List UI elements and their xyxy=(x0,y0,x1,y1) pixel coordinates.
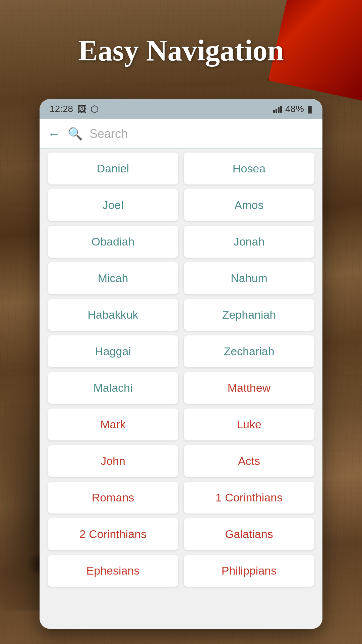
status-left: 12:28 🖼 ⬡ xyxy=(50,104,99,115)
phone-frame: 12:28 🖼 ⬡ 48% ▮ ← 🔍 Search DanielHoseaJo… xyxy=(40,99,322,629)
book-row: Romans1 Corinthians xyxy=(48,482,314,514)
page-title: Easy Navigation xyxy=(0,34,362,67)
book-btn-romans[interactable]: Romans xyxy=(48,482,178,514)
book-row: MicahNahum xyxy=(48,262,314,294)
book-btn-1-corinthians[interactable]: 1 Corinthians xyxy=(184,482,314,514)
book-btn-habakkuk[interactable]: Habakkuk xyxy=(48,299,178,331)
book-btn-john[interactable]: John xyxy=(48,445,178,477)
book-row: 2 CorinthiansGalatians xyxy=(48,518,314,550)
book-row: JohnActs xyxy=(48,445,314,477)
signal-icon xyxy=(273,105,282,113)
book-btn-matthew[interactable]: Matthew xyxy=(184,372,314,404)
book-btn-zechariah[interactable]: Zechariah xyxy=(184,335,314,367)
book-btn-micah[interactable]: Micah xyxy=(48,262,178,294)
book-row: MarkLuke xyxy=(48,409,314,440)
book-btn-joel[interactable]: Joel xyxy=(48,189,178,221)
book-btn-obadiah[interactable]: Obadiah xyxy=(48,226,178,258)
book-list: DanielHoseaJoelAmosObadiahJonahMicahNahu… xyxy=(40,149,322,629)
book-btn-amos[interactable]: Amos xyxy=(184,189,314,221)
search-input[interactable]: Search xyxy=(89,127,314,141)
book-btn-zephaniah[interactable]: Zephaniah xyxy=(184,299,314,331)
book-btn-haggai[interactable]: Haggai xyxy=(48,335,178,367)
image-icon: 🖼 xyxy=(77,104,86,115)
book-btn-hosea[interactable]: Hosea xyxy=(184,153,314,184)
book-btn-ephesians[interactable]: Ephesians xyxy=(48,555,178,587)
book-btn-luke[interactable]: Luke xyxy=(184,409,314,440)
status-bar: 12:28 🖼 ⬡ 48% ▮ xyxy=(40,99,322,119)
book-btn-nahum[interactable]: Nahum xyxy=(184,262,314,294)
book-btn-acts[interactable]: Acts xyxy=(184,445,314,477)
book-row: EphesiansPhilippians xyxy=(48,555,314,587)
book-btn-mark[interactable]: Mark xyxy=(48,409,178,440)
book-btn-galatians[interactable]: Galatians xyxy=(184,518,314,550)
back-button[interactable]: ← xyxy=(48,126,61,142)
book-btn-philippians[interactable]: Philippians xyxy=(184,555,314,587)
battery-level: 48% xyxy=(285,104,304,114)
book-row: MalachiMatthew xyxy=(48,372,314,404)
bluetooth-icon: ⬡ xyxy=(90,104,99,115)
search-bar: ← 🔍 Search xyxy=(40,119,322,149)
book-row: HabakkukZephaniah xyxy=(48,299,314,331)
book-row: JoelAmos xyxy=(48,189,314,221)
book-row: DanielHosea xyxy=(48,153,314,184)
status-right: 48% ▮ xyxy=(273,104,312,115)
book-row: ObadiahJonah xyxy=(48,226,314,258)
status-time: 12:28 xyxy=(50,104,73,114)
book-btn-jonah[interactable]: Jonah xyxy=(184,226,314,258)
book-row: HaggaiZechariah xyxy=(48,335,314,367)
book-btn-2-corinthians[interactable]: 2 Corinthians xyxy=(48,518,178,550)
battery-icon: ▮ xyxy=(307,104,312,115)
search-icon: 🔍 xyxy=(68,127,83,141)
book-btn-daniel[interactable]: Daniel xyxy=(48,153,178,184)
book-btn-malachi[interactable]: Malachi xyxy=(48,372,178,404)
